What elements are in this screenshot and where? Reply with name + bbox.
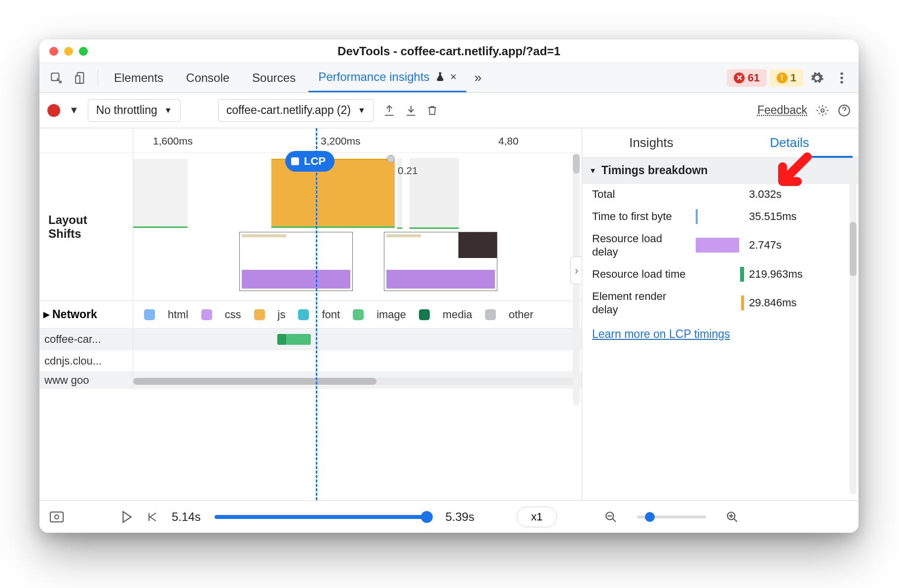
- separator: [98, 70, 98, 86]
- svg-point-4: [840, 76, 843, 79]
- timing-label: Total: [592, 187, 691, 201]
- svg-point-5: [840, 80, 843, 83]
- tab-elements[interactable]: Elements: [104, 64, 173, 92]
- lcp-label: LCP: [304, 155, 326, 168]
- warning-icon: !: [777, 73, 787, 83]
- playhead-line[interactable]: [316, 128, 317, 500]
- preview-icon[interactable]: [49, 511, 64, 523]
- timing-bar: [741, 295, 744, 310]
- annotation-arrow-icon: [773, 152, 812, 191]
- more-tabs-icon[interactable]: »: [469, 70, 486, 85]
- tab-label: Sources: [252, 64, 296, 92]
- frame-thumbnail[interactable]: [239, 232, 353, 291]
- tab-label: Details: [770, 135, 809, 150]
- row-body[interactable]: 0.21: [133, 153, 582, 300]
- lcp-marker[interactable]: LCP: [285, 151, 335, 172]
- timing-label: Element render delay: [592, 290, 691, 317]
- flask-icon: [435, 72, 446, 82]
- record-button[interactable]: [47, 104, 60, 117]
- legend-label: html: [168, 308, 188, 321]
- network-row-label[interactable]: ▶ Network: [39, 301, 133, 328]
- settings-icon[interactable]: [806, 68, 828, 88]
- import-icon[interactable]: [405, 104, 417, 117]
- timing-value: 2.747s: [749, 239, 782, 252]
- timeline-pane[interactable]: 1,600ms 3,200ms 4,80 LCP Layout Shifts 0…: [39, 128, 582, 500]
- details-panel: Insights Details ▼ Timings breakdown Tot…: [582, 128, 859, 500]
- section-title: Timings breakdown: [601, 164, 708, 177]
- tab-label: Elements: [114, 64, 163, 92]
- slider-knob[interactable]: [645, 512, 655, 522]
- legend-label: other: [509, 308, 533, 321]
- timings-breakdown-header[interactable]: ▼ Timings breakdown: [582, 158, 859, 184]
- network-legend: ▶ Network html css js font image media o…: [39, 301, 582, 329]
- total-time: 5.39s: [446, 510, 475, 524]
- timing-value: 35.515ms: [749, 210, 797, 223]
- timing-label: Resource load time: [592, 267, 691, 281]
- delete-icon[interactable]: [426, 104, 438, 117]
- svg-rect-8: [50, 512, 63, 522]
- tab-sources[interactable]: Sources: [242, 64, 305, 92]
- network-request-row[interactable]: cdnjs.clou...: [39, 350, 582, 372]
- target-value: coffee-cart.netlify.app (2): [226, 104, 351, 117]
- throttling-dropdown[interactable]: No throttling ▼: [88, 99, 181, 122]
- errors-badge[interactable]: ✕ 61: [727, 69, 766, 87]
- skip-back-icon[interactable]: [146, 511, 158, 523]
- help-icon[interactable]: [838, 104, 851, 117]
- tab-console[interactable]: Console: [176, 64, 239, 92]
- errors-count: 61: [748, 72, 759, 84]
- frame-thumbnail[interactable]: [384, 232, 497, 291]
- tab-label: Console: [186, 64, 229, 92]
- legend-swatch-css: [201, 309, 212, 320]
- kebab-menu-icon[interactable]: [831, 68, 853, 88]
- network-request-row[interactable]: coffee-car...: [39, 329, 582, 350]
- legend-label: image: [376, 308, 406, 321]
- svg-point-3: [840, 72, 843, 74]
- cls-point[interactable]: [387, 155, 395, 163]
- zoom-out-icon[interactable]: [604, 511, 617, 523]
- timing-bar: [740, 267, 744, 282]
- playback-slider[interactable]: [215, 515, 432, 519]
- target-dropdown[interactable]: coffee-cart.netlify.app (2) ▼: [218, 99, 374, 122]
- speed-value: x1: [531, 511, 542, 523]
- inspect-element-icon[interactable]: [45, 68, 67, 88]
- timing-row-ttfb: Time to first byte 35.515ms: [582, 205, 859, 228]
- legend-label: media: [443, 308, 472, 321]
- vertical-scrollbar[interactable]: [850, 163, 857, 494]
- warnings-badge[interactable]: ! 1: [770, 69, 803, 87]
- legend-label: css: [225, 308, 241, 321]
- close-tab-icon[interactable]: ×: [450, 63, 457, 91]
- tab-insights[interactable]: Insights: [582, 128, 720, 157]
- tab-label: Insights: [629, 135, 674, 150]
- throttling-value: No throttling: [96, 104, 157, 117]
- tab-label: Performance insights: [318, 63, 429, 91]
- timing-row-total: Total 3.032s: [582, 184, 859, 205]
- export-icon[interactable]: [383, 104, 396, 117]
- zoom-slider[interactable]: [637, 515, 706, 518]
- device-toggle-icon[interactable]: [70, 68, 92, 88]
- content-area: 1,600ms 3,200ms 4,80 LCP Layout Shifts 0…: [39, 128, 859, 500]
- feedback-link[interactable]: Feedback: [757, 104, 807, 117]
- timing-row-element-render-delay: Element render delay 29.846ms: [582, 286, 859, 321]
- zoom-in-icon[interactable]: [726, 511, 739, 523]
- record-dropdown-icon[interactable]: ▼: [69, 105, 79, 116]
- legend-swatch-image: [353, 309, 364, 320]
- horizontal-scrollbar[interactable]: [133, 378, 576, 385]
- legend-swatch-other: [485, 309, 496, 320]
- panel-settings-icon[interactable]: [816, 104, 829, 117]
- network-section: ▶ Network html css js font image media o…: [39, 301, 582, 389]
- time-mark: 1,600ms: [153, 135, 193, 147]
- panel-tabs: Elements Console Sources Performance ins…: [39, 63, 859, 93]
- collapse-sidebar-icon[interactable]: ›: [570, 257, 582, 284]
- timing-value: 219.963ms: [749, 268, 803, 281]
- window-title: DevTools - coffee-cart.netlify.app/?ad=1: [39, 44, 859, 58]
- time-ruler[interactable]: 1,600ms 3,200ms 4,80: [39, 128, 582, 153]
- playback-speed[interactable]: x1: [517, 507, 557, 527]
- chevron-down-icon: ▼: [164, 106, 172, 115]
- current-time: 5.14s: [172, 510, 201, 524]
- request-host: www goo: [39, 372, 133, 388]
- slider-knob[interactable]: [421, 511, 433, 523]
- play-icon[interactable]: [121, 511, 132, 523]
- learn-more-link[interactable]: Learn more on LCP timings: [582, 321, 859, 348]
- detail-tabs: Insights Details: [582, 128, 859, 158]
- tab-performance-insights[interactable]: Performance insights ×: [308, 64, 466, 92]
